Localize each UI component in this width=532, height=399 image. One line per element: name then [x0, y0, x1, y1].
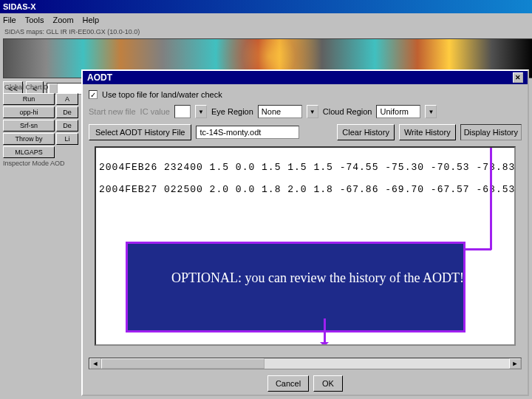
ic-dropdown-icon[interactable]: ▼ — [195, 105, 207, 118]
ic-value-label: IC value — [140, 107, 170, 116]
side-btn-0[interactable]: Run — [3, 93, 55, 105]
history-row: 2004FEB26 232400 1.5 0.0 1.5 1.5 1.5 -74… — [99, 162, 511, 173]
slider-thumb[interactable] — [49, 83, 58, 94]
status-text: SIDAS maps: GLL IR IR-EE00.GX (10.0-10.0… — [4, 28, 140, 35]
scroll-track[interactable] — [101, 358, 509, 369]
callout-text: OPTIONAL: you can review the history of … — [171, 270, 516, 285]
sidebar-col2: A De De Li — [56, 93, 78, 145]
window-title: SIDAS-X — [3, 2, 36, 11]
topo-label: Use topo file for land/water check — [102, 90, 222, 99]
menu-help[interactable]: Help — [83, 16, 100, 24]
close-icon[interactable]: ✕ — [513, 72, 523, 83]
ok-button[interactable]: OK — [313, 375, 343, 392]
aodt-title-bar: AODT ✕ — [83, 71, 528, 84]
history-text-area[interactable]: 2004FEB26 232400 1.5 0.0 1.5 1.5 1.5 -74… — [95, 146, 516, 346]
scroll-right-icon[interactable]: ► — [509, 358, 521, 369]
menu-zoom[interactable]: Zoom — [52, 16, 73, 24]
history-row: 2004FEB27 022500 2.0 0.0 1.8 2.0 1.8 -67… — [99, 184, 511, 195]
cloud-region-label: Cloud Region — [323, 107, 372, 116]
side2-btn-2[interactable]: De — [56, 120, 78, 132]
main-window: SIDAS-X File Tools Zoom Help SIDAS maps:… — [0, 0, 532, 399]
side-btn-2[interactable]: Srf-sn — [3, 120, 55, 132]
topo-checkbox[interactable]: ✓ — [89, 90, 98, 99]
display-history-button[interactable]: Display History — [460, 124, 522, 140]
window-title-bar: SIDAS-X — [0, 0, 532, 13]
side-btn-4[interactable]: MLGAPS — [3, 146, 55, 158]
cloud-dropdown-icon[interactable]: ▼ — [425, 105, 437, 118]
aodt-body: ✓ Use topo file for land/water check Sta… — [83, 84, 528, 355]
arrow-down-icon — [324, 318, 326, 345]
aodt-title-text: AODT — [87, 72, 112, 83]
arrow-up-icon — [490, 146, 492, 250]
cancel-button[interactable]: Cancel — [267, 375, 309, 392]
write-history-button[interactable]: Write History — [399, 124, 456, 140]
select-history-file-button[interactable]: Select AODT History File — [89, 124, 191, 140]
side2-btn-3[interactable]: Li — [56, 133, 78, 145]
eye-region-field[interactable]: None — [258, 105, 302, 118]
cloud-region-field[interactable]: Uniform — [376, 105, 420, 118]
side2-btn-1[interactable]: De — [56, 106, 78, 118]
scroll-thumb[interactable] — [101, 358, 265, 369]
sidebar-col1: Run opp-hi Srf-sn Throw by MLGAPS — [3, 93, 55, 158]
aodt-dialog: AODT ✕ ✓ Use topo file for land/water ch… — [81, 69, 529, 396]
dialog-button-row: Cancel OK — [83, 375, 528, 392]
history-file-field[interactable]: tc-14S-monty.odt — [196, 126, 299, 139]
scroll-left-icon[interactable]: ◄ — [89, 358, 101, 369]
eye-region-label: Eye Region — [211, 107, 253, 116]
tutorial-callout: OPTIONAL: you can review the history of … — [126, 242, 466, 332]
menu-tools[interactable]: Tools — [25, 16, 44, 24]
arrow-connector — [464, 248, 491, 250]
horizontal-scrollbar[interactable]: ◄ ► — [89, 358, 522, 369]
eye-dropdown-icon[interactable]: ▼ — [307, 105, 318, 118]
clear-history-button[interactable]: Clear History — [337, 124, 395, 140]
menu-file[interactable]: File — [3, 16, 16, 24]
ic-value-field[interactable] — [174, 105, 191, 118]
sidebar-group-label: Global Chart D — [4, 83, 49, 91]
menu-bar: File Tools Zoom Help — [0, 13, 532, 27]
side-btn-3[interactable]: Throw by — [3, 133, 55, 145]
inspector-status: Inspector Mode AOD — [3, 160, 65, 167]
side2-btn-0[interactable]: A — [56, 93, 78, 105]
side-btn-1[interactable]: opp-hi — [3, 106, 55, 118]
start-new-file-button[interactable]: Start new file — [89, 107, 136, 116]
